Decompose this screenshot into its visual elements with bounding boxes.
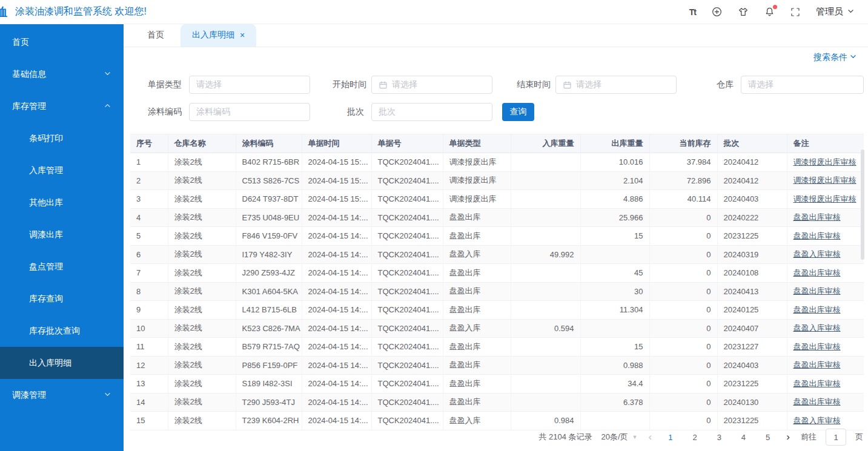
page-number-3[interactable]: 3 <box>712 433 727 442</box>
cell-in-weight <box>511 227 580 246</box>
header-icon-group: Tt <box>689 7 800 17</box>
user-menu[interactable]: 管理员 <box>816 6 855 18</box>
sidebar-item-stock-query[interactable]: 库存查询 <box>0 283 124 315</box>
table-row: 14涂装2线T290 J593-4TJ2024-04-15 14:...TQCK… <box>130 393 864 412</box>
next-page-button[interactable]: › <box>784 431 792 443</box>
doc-type-input[interactable]: 请选择 <box>189 76 310 94</box>
remark-link[interactable]: 盘盈出库审核 <box>793 268 841 277</box>
page-number-4[interactable]: 4 <box>736 433 751 442</box>
remark-link[interactable]: 盘盈出库审核 <box>793 286 841 295</box>
sidebar-item-label: 入库管理 <box>29 165 63 176</box>
cell-doc-no: TQCK2024041.... <box>371 190 443 209</box>
cell-warehouse: 涂装2线 <box>168 412 236 430</box>
page-size-value: 20条/页 <box>601 432 628 443</box>
column-header-remark: 备注 <box>787 134 864 153</box>
batch-input[interactable]: 批次 <box>371 103 492 121</box>
cell-paint-code: T239 K604-2RH <box>236 412 302 430</box>
paint-code-input[interactable]: 涂料编码 <box>189 103 310 121</box>
sidebar-menu: 首页基础信息库存管理条码打印入库管理其他出库调漆出库盘点管理库存查询库存批次查询… <box>0 26 124 411</box>
remark-link[interactable]: 盘盈出库审核 <box>793 342 841 351</box>
cell-remark: 盘盈出库审核 <box>787 356 864 375</box>
remark-link[interactable]: 盘盈出库审核 <box>793 212 841 222</box>
page-number-2[interactable]: 2 <box>687 433 702 442</box>
cell-warehouse: 涂装2线 <box>168 245 236 264</box>
cell-doc-type: 调漆报废出库 <box>443 190 511 209</box>
page-number-5[interactable]: 5 <box>760 433 775 442</box>
cell-out-weight: 34.4 <box>580 375 649 393</box>
remark-link[interactable]: 调漆报废出库审核 <box>793 176 856 185</box>
cell-out-weight: 4.886 <box>580 190 649 209</box>
field-label: 单据类型 <box>139 79 182 90</box>
cell-paint-code: B402 R715-6BR <box>236 153 302 172</box>
sidebar-item-inbound-mgmt[interactable]: 入库管理 <box>0 154 124 186</box>
warehouse-input[interactable]: 请选择 <box>741 76 864 94</box>
sidebar-item-other-outbound[interactable]: 其他出库 <box>0 186 124 219</box>
remark-link[interactable]: 盘盈入库审核 <box>793 323 841 332</box>
cell-doc-no: TQCK2024041.... <box>371 301 443 320</box>
cell-remark: 盘盈出库审核 <box>787 301 864 320</box>
cell-paint-code: P856 F159-0PF <box>236 356 302 375</box>
theme-skin-icon[interactable] <box>738 7 749 17</box>
cell-warehouse: 涂装2线 <box>168 190 236 209</box>
sidebar-item-paint-mix-mgmt[interactable]: 调漆管理 <box>0 379 124 411</box>
search-condition-toggle[interactable]: 搜索条件 <box>813 52 857 63</box>
sidebar-item-label: 条码打印 <box>29 133 63 144</box>
column-header-seq: 序号 <box>130 134 168 153</box>
sidebar-item-inout-detail[interactable]: 出入库明细 <box>0 347 124 379</box>
sidebar-item-stock-batch-query[interactable]: 库存批次查询 <box>0 315 124 347</box>
cell-doc-type: 盘盈入库 <box>443 319 511 338</box>
placeholder-text: 涂料编码 <box>196 107 230 117</box>
cell-out-weight: 10.016 <box>580 153 649 172</box>
cell-batch: 20240407 <box>717 319 787 338</box>
table-scrollbar-thumb[interactable] <box>861 150 864 260</box>
tab-home[interactable]: 首页 <box>136 24 176 47</box>
cell-cur-stock: 37.984 <box>649 153 717 172</box>
remark-link[interactable]: 盘盈入库审核 <box>793 416 841 425</box>
font-size-icon[interactable]: Tt <box>689 7 696 17</box>
chevron-down-icon <box>104 390 111 400</box>
goto-page-input[interactable] <box>826 429 846 446</box>
cell-warehouse: 涂装2线 <box>168 393 236 412</box>
start-time-input[interactable]: 请选择 <box>371 76 492 94</box>
sidebar-item-home[interactable]: 首页 <box>0 26 124 58</box>
placeholder-text: 请选择 <box>392 79 417 90</box>
column-header-out-weight: 出库重量 <box>580 134 649 153</box>
cell-paint-code: K523 C826-7MA <box>236 319 302 338</box>
sidebar-item-base-info[interactable]: 基础信息 <box>0 58 124 90</box>
cell-doc-time: 2024-04-15 14:... <box>302 356 371 375</box>
page-number-1[interactable]: 1 <box>663 433 678 442</box>
remark-link[interactable]: 盘盈出库审核 <box>793 360 841 369</box>
tab-inout-detail[interactable]: 出入库明细× <box>181 24 256 47</box>
tab-close-icon[interactable]: × <box>240 31 245 39</box>
query-button[interactable]: 查询 <box>502 103 534 121</box>
page-size-select[interactable]: 20条/页▼ <box>601 432 637 443</box>
remark-link[interactable]: 盘盈出库审核 <box>793 397 841 406</box>
end-time-input[interactable]: 请选择 <box>555 76 677 94</box>
sidebar-item-paint-outbound[interactable]: 调漆出库 <box>0 219 124 251</box>
field-batch: 批次批次 <box>333 103 492 121</box>
table-row: 6涂装2线I179 Y482-3IY2024-04-15 14:...TQCK2… <box>130 245 864 264</box>
tab-label: 首页 <box>147 30 164 41</box>
remark-link[interactable]: 盘盈出库审核 <box>793 231 841 240</box>
cell-in-weight <box>511 153 580 172</box>
sidebar-item-inventory-mgmt[interactable]: 库存管理 <box>0 90 124 122</box>
sidebar-item-stocktake-mgmt[interactable]: 盘点管理 <box>0 251 124 283</box>
sidebar-item-barcode-print[interactable]: 条码打印 <box>0 122 124 154</box>
circle-plus-icon[interactable] <box>712 7 722 17</box>
notification-bell-icon[interactable] <box>764 7 775 17</box>
remark-link[interactable]: 调漆报废出库审核 <box>793 194 856 203</box>
remark-link[interactable]: 盘盈入库审核 <box>793 249 841 258</box>
cell-out-weight: 2.104 <box>580 171 649 190</box>
fullscreen-icon[interactable] <box>790 7 800 17</box>
cell-doc-no: TQCK2024041.... <box>371 375 443 393</box>
cell-out-weight: 15 <box>580 227 649 246</box>
sidebar-item-label: 基础信息 <box>12 69 46 80</box>
cell-doc-time: 2024-04-15 14:... <box>302 375 371 393</box>
cell-batch: 20240403 <box>717 190 787 209</box>
cell-doc-time: 2024-04-15 15:... <box>302 190 371 209</box>
cell-out-weight <box>580 245 649 264</box>
remark-link[interactable]: 调漆报废出库审核 <box>793 157 856 166</box>
remark-link[interactable]: 盘盈出库审核 <box>793 305 841 314</box>
remark-link[interactable]: 盘盈出库审核 <box>793 379 841 388</box>
prev-page-button[interactable]: ‹ <box>646 431 654 443</box>
